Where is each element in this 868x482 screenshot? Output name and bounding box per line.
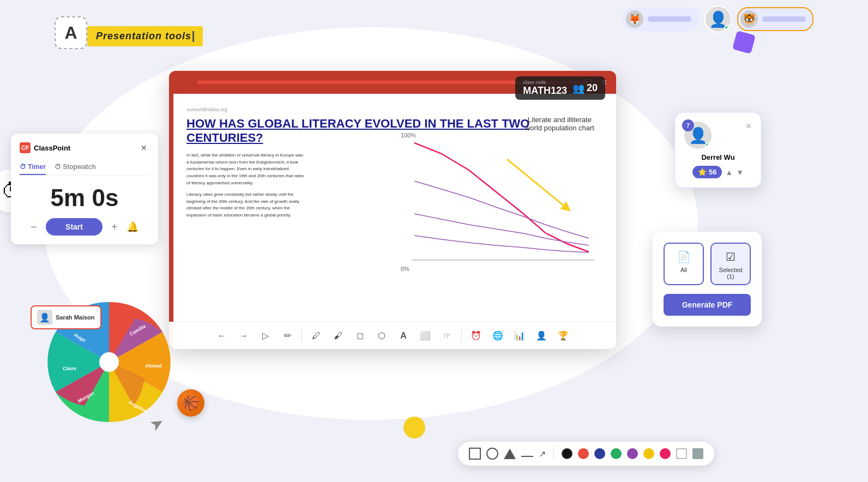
toolbar-timer-btn[interactable]: ⏰ <box>466 326 486 346</box>
user-avatar-1: 🦊 <box>626 10 643 28</box>
user-pill-2[interactable]: 🐯 <box>737 7 813 31</box>
user-pill-1[interactable]: 🦊 <box>623 7 699 31</box>
color-blue[interactable] <box>594 448 605 459</box>
timer-alarm-btn[interactable]: 🔔 <box>126 221 138 233</box>
top-bar: 🦊 👤 🐯 <box>623 5 813 33</box>
student-count: 👥 20 <box>572 82 598 94</box>
user-name-bar-2 <box>762 16 806 22</box>
timer-display: 5m 0s <box>20 184 149 212</box>
pdf-selected-btn[interactable]: ☑ Selected (1) <box>710 243 751 285</box>
color-yellow[interactable] <box>643 448 654 459</box>
toolbar-roster-btn[interactable]: 👤 <box>532 326 551 346</box>
toolbar-forward-btn[interactable]: → <box>234 326 254 346</box>
slide-main: ourworldindata.org HOW HAS GLOBAL LITERA… <box>173 94 616 349</box>
toolbar-eraser-btn[interactable]: ◻ <box>350 326 370 346</box>
star-count-badge: ⭐ 56 <box>692 166 722 178</box>
online-indicator <box>724 25 730 31</box>
pdf-panel: 📄 All ☑ Selected (1) Generate PDF <box>653 232 762 327</box>
toolbar-laser-btn[interactable]: ☞ <box>437 326 457 346</box>
color-green[interactable] <box>611 448 622 459</box>
drawing-divider <box>553 447 554 460</box>
star-up-btn[interactable]: ▲ <box>725 168 733 177</box>
derrel-stars: ⭐ 56 ▲ ▼ <box>684 166 752 178</box>
star-down-btn[interactable]: ▼ <box>736 168 744 177</box>
derrel-level-badge: 7 <box>682 119 694 131</box>
color-red[interactable] <box>578 448 589 459</box>
class-code-badge: class code MATH123 👥 20 <box>515 76 605 100</box>
window-content: ourworldindata.org HOW HAS GLOBAL LITERA… <box>169 94 616 349</box>
svg-point-0 <box>99 352 119 372</box>
shape-line-btn[interactable] <box>521 456 533 457</box>
pdf-generate-btn[interactable]: Generate PDF <box>664 294 751 316</box>
svg-text:100%: 100% <box>401 132 416 138</box>
derrel-name: Derrel Wu <box>684 153 752 161</box>
color-white[interactable] <box>676 448 687 459</box>
user-name-bar-1 <box>648 16 691 22</box>
presentation-toolbar: ← → ▷ ✏ 🖊 🖌 ◻ ⬡ A ⬜ ☞ ⏰ 🌐 📊 👤 🏆 <box>169 322 616 349</box>
presentation-window: ─ ☐ ✕ class code MATH123 👥 20 ourworldin… <box>169 71 616 349</box>
cp-close-btn[interactable]: ✕ <box>138 142 149 153</box>
toolbar-pointer-btn[interactable]: ▷ <box>256 326 275 346</box>
toolbar-back-btn[interactable]: ← <box>212 326 232 346</box>
cp-controls: — ✕ <box>123 142 149 153</box>
color-pink[interactable] <box>660 448 671 459</box>
cp-logo-icon: CP <box>20 142 31 153</box>
timer-minus-btn[interactable]: − <box>31 221 37 233</box>
toolbar-leaderboard-btn[interactable]: 🏆 <box>553 326 573 346</box>
color-gray[interactable] <box>692 448 703 459</box>
basketball: 🏀 <box>177 389 204 417</box>
presentation-tools-label: Presentation tools <box>87 26 203 46</box>
decoration-shape <box>732 31 756 54</box>
classpoint-panel: CP ClassPoint — ✕ ⏱ Timer ⏱ Stopwatch 5m… <box>11 134 158 244</box>
shape-arrow-btn[interactable]: ↗ <box>539 449 546 459</box>
toolbar-pen-btn[interactable]: 🖊 <box>306 326 326 346</box>
color-purple[interactable] <box>627 448 638 459</box>
timer-start-btn[interactable]: Start <box>46 218 103 236</box>
pdf-all-btn[interactable]: 📄 All <box>664 243 704 285</box>
svg-text:0%: 0% <box>401 266 409 272</box>
sarah-avatar: 👤 <box>37 310 52 325</box>
slide-body-2: Literacy rates grew constantly but rathe… <box>186 191 306 219</box>
cp-logo: CP ClassPoint <box>20 142 70 153</box>
toolbar-chart-btn[interactable]: 📊 <box>510 326 529 346</box>
chart-svg: 100% 0% <box>398 126 605 279</box>
timer-plus-btn[interactable]: + <box>111 221 118 233</box>
derrel-header: 👤 7 ✕ <box>684 122 752 149</box>
toolbar-shapes-btn[interactable]: ⬡ <box>372 326 391 346</box>
shape-circle-btn[interactable] <box>486 448 498 460</box>
toolbar-whiteboard-btn[interactable]: ⬜ <box>415 326 435 346</box>
pdf-options: 📄 All ☑ Selected (1) <box>664 243 751 285</box>
shape-triangle-btn[interactable] <box>504 449 516 459</box>
svg-line-9 <box>507 159 567 208</box>
chart-area: Literate and illiterateworld population … <box>398 105 605 279</box>
slide-body-1: In fact, while the ambition of universal… <box>186 152 306 187</box>
cp-minimize-btn[interactable]: — <box>123 142 134 153</box>
toolbar-divider-2 <box>461 329 462 342</box>
drawing-toolbar: ↗ <box>458 442 714 466</box>
toolbar-divider-1 <box>302 329 302 342</box>
tab-timer[interactable]: ⏱ Timer <box>20 160 46 175</box>
svg-text:Claire: Claire <box>63 366 76 371</box>
derrel-card: 👤 7 ✕ Derrel Wu ⭐ 56 ▲ ▼ <box>674 112 762 188</box>
timer-controls: − Start + 🔔 <box>20 218 149 236</box>
main-user-avatar[interactable]: 👤 <box>704 5 732 33</box>
toolbar-text-btn[interactable]: A <box>394 326 413 346</box>
toolbar-highlighter-btn[interactable]: 🖌 <box>328 326 348 346</box>
derrel-close-btn[interactable]: ✕ <box>745 122 752 130</box>
shape-rect-btn[interactable] <box>469 448 481 460</box>
toolbar-browser-btn[interactable]: 🌐 <box>488 326 508 346</box>
derrel-online-dot <box>705 142 710 148</box>
svg-text:Ahmad: Ahmad <box>145 363 162 369</box>
yellow-person-dot <box>403 417 425 438</box>
toolbar-annotate-btn[interactable]: ✏ <box>278 326 297 346</box>
sarah-maison-card: 👤 Sarah Maison <box>31 305 101 329</box>
text-icon: A <box>55 16 87 49</box>
color-black[interactable] <box>562 448 572 459</box>
cp-tab-bar: ⏱ Timer ⏱ Stopwatch <box>20 160 149 176</box>
tab-stopwatch[interactable]: ⏱ Stopwatch <box>55 160 96 175</box>
cp-header: CP ClassPoint — ✕ <box>20 142 149 153</box>
user-avatar-2: 🐯 <box>740 10 758 28</box>
